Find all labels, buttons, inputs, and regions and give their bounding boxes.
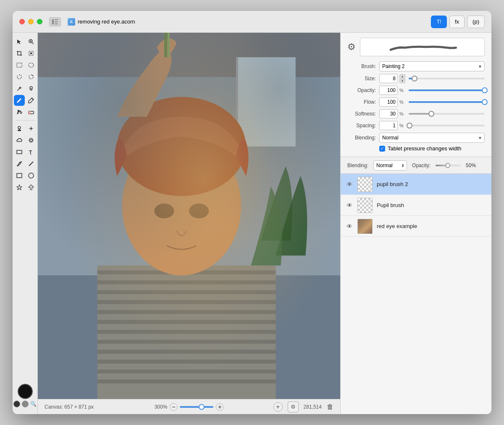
size-input[interactable] — [379, 74, 398, 83]
magic-wand-tool[interactable] — [14, 83, 25, 94]
small-color-swatch-2[interactable] — [22, 401, 29, 407]
foreground-color-swatch[interactable] — [18, 384, 33, 399]
rect-draw-tool[interactable] — [14, 170, 25, 181]
softness-row: Softness: % — [347, 109, 485, 118]
stamp-tool[interactable] — [14, 123, 25, 134]
eraser-tool[interactable] — [26, 107, 37, 118]
svg-rect-20 — [19, 129, 20, 130]
softness-slider[interactable] — [409, 113, 485, 115]
spacing-label: Spacing: — [347, 123, 376, 129]
circle-draw-tool[interactable] — [26, 170, 37, 181]
sun-tool[interactable] — [26, 135, 37, 146]
size-stepper: ▲ ▼ — [399, 74, 405, 83]
layer-visibility-icon[interactable]: 👁 — [346, 202, 353, 209]
star-tool[interactable] — [14, 182, 25, 193]
layer-thumbnail — [357, 198, 373, 213]
layer-item[interactable]: 👁 Pupil brush — [341, 195, 491, 216]
trash-icon[interactable]: 🗑 — [327, 403, 333, 411]
minimize-button[interactable] — [28, 19, 34, 24]
size-input-wrapper: ▲ ▼ — [379, 74, 405, 83]
svg-rect-3 — [55, 24, 58, 24]
status-bar: Canvas: 657 × 871 px 300% − + + ⚙ 281,51… — [38, 399, 340, 414]
titlebar: A removing red eye.acorn T! fx (p) — [13, 11, 491, 33]
main-area: T — [13, 33, 491, 414]
cloud-tool[interactable] — [14, 135, 25, 146]
brush-gear-icon[interactable]: ⚙ — [347, 42, 356, 52]
size-decrement[interactable]: ▼ — [399, 79, 405, 83]
fill-tool[interactable] — [14, 107, 25, 118]
line-tool[interactable] — [26, 158, 37, 169]
layer-settings-button[interactable]: ⚙ — [288, 401, 299, 412]
svg-point-21 — [30, 139, 32, 142]
clone-tool[interactable] — [26, 83, 37, 94]
layer-item[interactable]: 👁 red eye example — [341, 216, 491, 237]
magic-lasso-tool[interactable] — [26, 71, 37, 82]
flow-slider[interactable] — [409, 101, 485, 103]
opacity-slider[interactable] — [409, 89, 485, 91]
layers-toolbar-button[interactable]: T! — [431, 16, 447, 28]
zoom-value: 300% — [155, 404, 168, 410]
tablet-pressure-checkbox[interactable]: ✓ — [379, 146, 385, 152]
close-button[interactable] — [19, 19, 25, 24]
zoom-slider-thumb[interactable] — [199, 404, 205, 410]
tool-row-3 — [14, 60, 37, 71]
pen-tool[interactable] — [14, 158, 25, 169]
spacing-input[interactable] — [379, 121, 398, 130]
size-slider[interactable] — [409, 78, 485, 79]
flow-input[interactable] — [379, 97, 398, 107]
blending-row: Blending: Normal Multiply Screen Overlay… — [347, 133, 485, 143]
pencil-tool[interactable] — [26, 95, 37, 106]
canvas-image — [38, 33, 340, 399]
arrow-tool[interactable] — [14, 36, 25, 47]
zoom-slider[interactable] — [180, 406, 213, 408]
tablet-pressure-label: Tablet pressure changes width — [388, 145, 462, 152]
tool-row-9 — [14, 135, 37, 146]
blending-select[interactable]: Normal Multiply Screen Overlay — [379, 133, 485, 143]
softness-input-wrapper: % — [379, 109, 405, 118]
tool-row-7 — [14, 107, 37, 118]
ellipse-select-tool[interactable] — [26, 60, 37, 71]
zoom-tool[interactable] — [26, 36, 37, 47]
size-increment[interactable]: ▲ — [399, 74, 405, 79]
svg-point-11 — [29, 63, 34, 67]
zoom-in-button[interactable]: + — [216, 403, 223, 411]
rect-shape-tool[interactable] — [14, 147, 25, 157]
add-layer-button[interactable]: + — [273, 402, 283, 412]
crop-tool[interactable] — [14, 48, 25, 59]
spacing-slider[interactable] — [409, 125, 485, 126]
svg-line-27 — [32, 142, 32, 142]
layers-blending-select[interactable]: Normal Multiply Screen Overlay — [373, 160, 407, 171]
rect-select-tool[interactable] — [14, 60, 25, 71]
lasso-tool[interactable] — [14, 71, 25, 82]
blending-label: Blending: — [347, 135, 376, 141]
layer-visibility-icon[interactable]: 👁 — [346, 223, 353, 230]
arrow-shape-tool[interactable] — [26, 182, 37, 193]
transform-tool[interactable] — [26, 48, 37, 59]
opacity-input[interactable] — [379, 86, 398, 95]
brush-type-row: Brush: Painting 2 ▼ — [347, 61, 485, 71]
layer-name-label: red eye example — [377, 223, 417, 229]
small-color-swatch-1[interactable] — [13, 401, 20, 407]
brush-select[interactable]: Painting 2 — [379, 61, 485, 71]
opacity-percent: % — [399, 88, 405, 93]
text-tool[interactable]: T — [26, 147, 37, 157]
zoom-color-icon[interactable]: 🔍 — [30, 401, 37, 407]
effects-toolbar-button[interactable]: fx — [449, 16, 465, 28]
softness-input[interactable] — [379, 109, 398, 118]
zoom-out-button[interactable]: − — [170, 403, 177, 411]
tablet-pressure-row: ✓ Tablet pressure changes width — [347, 145, 485, 152]
layer-visibility-icon[interactable]: 👁 — [346, 181, 353, 188]
layer-item[interactable]: 👁 pupil brush 2 — [341, 174, 491, 195]
size-label: Size: — [347, 76, 376, 81]
flow-row: Flow: % — [347, 97, 485, 107]
maximize-button[interactable] — [37, 19, 42, 24]
file-icon: A — [68, 18, 75, 26]
tool-row-13 — [14, 182, 37, 193]
layers-opacity-slider[interactable] — [436, 165, 461, 166]
brush-tool[interactable] — [14, 95, 25, 106]
sidebar-toggle-button[interactable] — [49, 17, 61, 26]
params-toolbar-button[interactable]: (p) — [467, 16, 485, 28]
sparkle-tool[interactable] — [26, 123, 37, 134]
layers-list: 👁 pupil brush 2 👁 Pupil brush 👁 red eye … — [341, 174, 491, 414]
tool-row-11 — [14, 158, 37, 169]
